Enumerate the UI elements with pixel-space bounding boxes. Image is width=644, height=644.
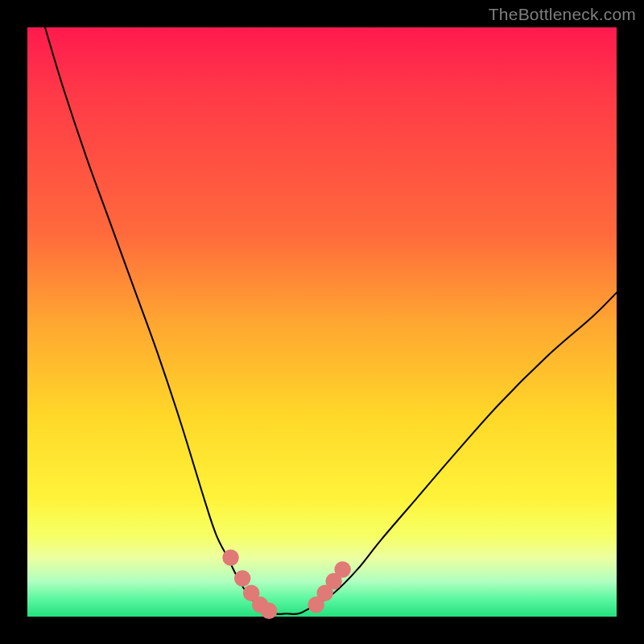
marker-dot bbox=[222, 550, 238, 566]
marker-dot bbox=[334, 561, 350, 577]
bottleneck-curve bbox=[45, 27, 617, 614]
marker-dot bbox=[261, 602, 277, 618]
curve-svg bbox=[27, 27, 617, 617]
watermark-text: TheBottleneck.com bbox=[489, 5, 636, 24]
chart-container: TheBottleneck.com bbox=[0, 0, 644, 644]
marker-dot bbox=[234, 570, 250, 586]
plot-area bbox=[27, 27, 617, 617]
highlighted-points bbox=[222, 550, 351, 619]
